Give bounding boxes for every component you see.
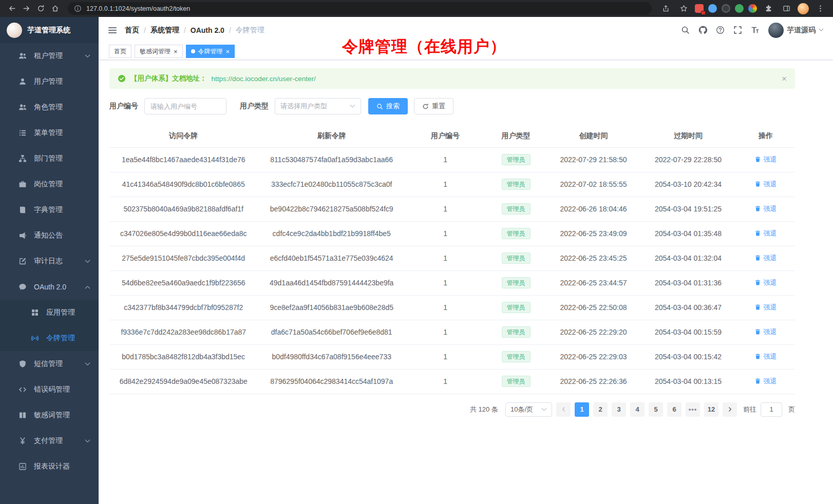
page-size-select[interactable]: 10条/页 <box>505 402 552 417</box>
breadcrumb-item-0[interactable]: 首页 <box>125 26 139 35</box>
back-button[interactable] <box>5 2 18 15</box>
refresh-token-cell: b0df4980ffd34c67a08f9156e4eee733 <box>257 344 405 369</box>
page-button-1[interactable]: 1 <box>575 402 589 417</box>
breadcrumb-item-2[interactable]: OAuth 2.0 <box>191 26 224 34</box>
sidebar-item-11[interactable]: 令牌管理 <box>0 325 99 351</box>
alert-close-icon[interactable]: × <box>782 74 787 83</box>
page-more-button[interactable]: ••• <box>686 402 700 417</box>
refresh-token-cell: 811c530487574fa0af1a59d3abc1aa66 <box>257 147 405 172</box>
hamburger-icon[interactable] <box>108 26 117 34</box>
extensions-puzzle-icon[interactable] <box>762 2 775 15</box>
report-icon <box>18 462 27 471</box>
page-button-12[interactable]: 12 <box>704 402 718 417</box>
page-unit-label: 页 <box>788 405 795 414</box>
sidebar-item-5[interactable]: 岗位管理 <box>0 171 99 197</box>
book-icon <box>18 206 27 214</box>
access-token-cell: 275e5de9151045fe87cbdc395e004f4d <box>109 246 257 270</box>
access-token-cell: 41c41346a548490f9dc8b01c6bfe0865 <box>109 172 257 197</box>
sidebar-item-13[interactable]: 错误码管理 <box>0 377 99 402</box>
bookmark-star-icon[interactable] <box>677 2 690 15</box>
sidebar-item-7[interactable]: 通知公告 <box>0 223 99 248</box>
sidebar-item-label: 通知公告 <box>34 231 63 240</box>
site-info-icon[interactable] <box>74 5 82 12</box>
tree-icon <box>18 154 27 163</box>
sidebar-item-label: 用户管理 <box>34 77 63 86</box>
tab-0[interactable]: 首页 <box>109 45 131 58</box>
page-button-6[interactable]: 6 <box>667 402 681 417</box>
extension-icon-multicolor[interactable] <box>748 4 757 13</box>
sidebar-item-8[interactable]: 审计日志 <box>0 248 99 274</box>
force-logout-button[interactable]: 强退 <box>754 229 777 238</box>
tab-label: 令牌管理 <box>198 47 223 56</box>
force-logout-button[interactable]: 强退 <box>754 327 777 337</box>
force-logout-button[interactable]: 强退 <box>754 278 777 287</box>
refresh-icon <box>422 103 429 110</box>
app-logo[interactable]: 芋道管理系统 <box>0 17 99 43</box>
forward-button[interactable] <box>20 2 33 15</box>
extension-icon-red[interactable] <box>695 4 704 13</box>
force-logout-button[interactable]: 强退 <box>754 204 777 214</box>
expire-time-cell: 2022-07-29 22:28:50 <box>640 147 736 172</box>
tab-2[interactable]: 令牌管理× <box>186 45 235 58</box>
page-button-5[interactable]: 5 <box>649 402 663 417</box>
sidebar-item-1[interactable]: 用户管理 <box>0 69 99 94</box>
prev-page-button[interactable] <box>556 402 571 417</box>
page-button-4[interactable]: 4 <box>630 402 645 417</box>
sidebar-item-label: 字典管理 <box>34 205 63 215</box>
alert-doc-link[interactable]: https://doc.iocoder.cn/user-center/ <box>212 75 316 83</box>
sidebar-item-12[interactable]: 短信管理 <box>0 351 99 377</box>
sidebar-item-2[interactable]: 角色管理 <box>0 94 99 120</box>
sidebar-item-9[interactable]: OAuth 2.0 <box>0 274 99 300</box>
extension-icon-dark[interactable] <box>722 4 730 13</box>
extension-icon-green[interactable] <box>735 4 744 13</box>
search-button[interactable]: 搜索 <box>368 98 408 114</box>
user-id-cell: 1 <box>406 344 485 369</box>
force-logout-button[interactable]: 强退 <box>754 254 777 263</box>
font-size-icon[interactable] <box>751 26 760 34</box>
home-button[interactable] <box>48 2 62 15</box>
github-icon[interactable] <box>698 26 707 34</box>
reload-button[interactable] <box>34 2 47 15</box>
browser-profile-avatar[interactable] <box>798 3 809 14</box>
help-icon[interactable] <box>716 26 725 34</box>
page-button-3[interactable]: 3 <box>612 402 626 417</box>
next-page-button[interactable] <box>723 402 737 417</box>
sidebar-item-3[interactable]: 菜单管理 <box>0 120 99 146</box>
fullscreen-icon[interactable] <box>733 26 742 34</box>
created-time-cell: 2022-06-25 23:49:09 <box>547 221 640 246</box>
expire-time-cell: 2054-03-04 19:51:25 <box>640 197 736 221</box>
page-button-2[interactable]: 2 <box>593 402 608 417</box>
sidebar-item-4[interactable]: 部门管理 <box>0 146 99 171</box>
force-logout-button[interactable]: 强退 <box>754 180 777 189</box>
user-id-cell: 1 <box>406 147 485 172</box>
force-logout-button[interactable]: 强退 <box>754 377 777 386</box>
goto-page-input[interactable] <box>761 402 782 417</box>
user-type-label: 用户类型 <box>240 102 269 111</box>
sidebar-item-6[interactable]: 字典管理 <box>0 197 99 223</box>
force-logout-button[interactable]: 强退 <box>754 155 777 164</box>
tab-close-icon[interactable]: × <box>174 48 178 55</box>
tab-close-icon[interactable]: × <box>226 48 230 55</box>
side-panel-icon[interactable] <box>780 2 793 15</box>
user-id-input[interactable] <box>144 98 226 114</box>
breadcrumb-item-1[interactable]: 系统管理 <box>150 26 179 35</box>
user-menu[interactable]: 芋道源码 <box>768 23 824 38</box>
sidebar-item-label: 租户管理 <box>34 51 63 61</box>
extension-icon-blue[interactable] <box>708 4 717 13</box>
tab-1[interactable]: 敏感词管理× <box>135 45 183 58</box>
user-type-select[interactable]: 请选择用户类型 <box>275 98 361 114</box>
sidebar-item-0[interactable]: 租户管理 <box>0 43 99 69</box>
user-id-cell: 1 <box>406 172 485 197</box>
sidebar-item-14[interactable]: 敏感词管理 <box>0 402 99 428</box>
sidebar-item-15[interactable]: 支付管理 <box>0 428 99 454</box>
browser-menu-kebab-icon[interactable] <box>813 2 827 15</box>
force-logout-button[interactable]: 强退 <box>754 352 777 361</box>
sidebar-item-10[interactable]: 应用管理 <box>0 300 99 325</box>
address-bar[interactable]: 127.0.0.1:1024/system/oauth2/token <box>68 2 652 15</box>
search-icon[interactable] <box>681 26 690 34</box>
force-logout-button[interactable]: 强退 <box>754 303 777 312</box>
reset-button[interactable]: 重置 <box>414 98 453 114</box>
sidebar-item-16[interactable]: 报表设计器 <box>0 454 99 479</box>
share-icon[interactable] <box>659 2 672 15</box>
sidebar-item-label: 令牌管理 <box>46 334 75 343</box>
